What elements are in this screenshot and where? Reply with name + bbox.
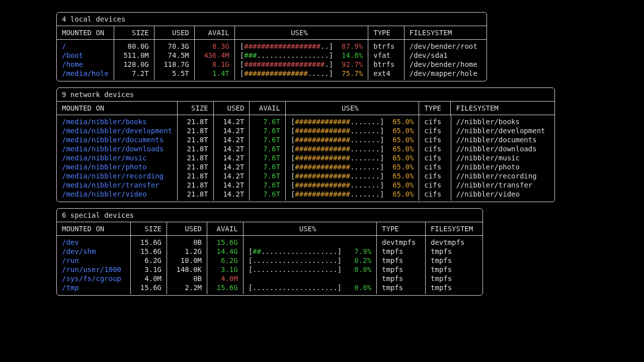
column-header: FILESYSTEM: [426, 222, 482, 235]
usepct-cell: [##################..] 87.9%: [235, 40, 368, 51]
filesystem-cell: tmpfs: [426, 274, 482, 283]
mount-cell: /media/hole: [57, 69, 114, 80]
type-cell: tmpfs: [377, 283, 426, 294]
usage-pct: 87.9%: [338, 42, 363, 50]
table-row: /dev 15.6G 0B 15.6G devtmpfs devtmpfs: [57, 236, 482, 247]
avail-cell: 7.6T: [250, 180, 286, 190]
avail-cell: 3.1G: [207, 265, 244, 274]
used-cell: 1.2G: [167, 247, 207, 256]
size-cell: 21.8T: [178, 126, 214, 135]
table-row: /dev/shm 15.6G 1.2G 14.4G[##............…: [57, 247, 482, 256]
usage-bar: #############: [295, 145, 350, 153]
size-cell: 21.8T: [178, 153, 214, 162]
size-cell: 21.8T: [178, 135, 214, 144]
column-header: TYPE: [377, 222, 426, 235]
avail-cell: 15.6G: [207, 236, 244, 247]
filesystem-cell: tmpfs: [426, 256, 482, 265]
usepct-cell: [....................] 0.2%: [244, 256, 377, 265]
mount-cell: /media/nibbler/documents: [57, 135, 178, 144]
avail-cell: 6.2G: [207, 256, 244, 265]
size-cell: 7.2T: [114, 69, 154, 80]
used-cell: 14.2T: [214, 153, 250, 162]
size-cell: 21.8T: [178, 171, 214, 180]
column-header: SIZE: [131, 222, 167, 235]
size-cell: 15.6G: [131, 247, 167, 256]
column-header: AVAIL: [250, 102, 286, 115]
type-cell: tmpfs: [377, 265, 426, 274]
filesystem-cell: //nibbler/recording: [451, 171, 554, 180]
size-cell: 21.8T: [178, 162, 214, 171]
usage-pct: 0.2%: [346, 256, 371, 264]
table-row: /media/hole 7.2T 5.5T 1.4T[#############…: [57, 69, 487, 80]
usage-bar: #############: [295, 172, 350, 180]
filesystem-cell: //nibbler/downloads: [451, 144, 554, 153]
used-cell: 14.2T: [214, 135, 250, 144]
type-cell: btrfs: [368, 60, 405, 69]
avail-cell: 7.6T: [250, 126, 286, 135]
table-row: /run 6.2G 10.0M 6.2G[...................…: [57, 256, 482, 265]
size-cell: 21.8T: [178, 144, 214, 153]
table-row: /media/nibbler/music 21.8T 14.2T 7.6T[##…: [57, 153, 554, 162]
type-cell: tmpfs: [377, 247, 426, 256]
filesystem-cell: devtmpfs: [426, 236, 482, 247]
size-cell: 21.8T: [178, 190, 214, 201]
column-header: TYPE: [368, 26, 405, 39]
table-row: /home 128.0G 118.7G 8.1G[###############…: [57, 60, 487, 69]
table-body: / 80.0G 70.3G 8.3G[##################..]…: [57, 40, 487, 81]
size-cell: 15.6G: [131, 283, 167, 294]
avail-cell: 7.6T: [250, 190, 286, 201]
mount-cell: /media/nibbler/transfer: [57, 180, 178, 190]
size-cell: 21.8T: [178, 180, 214, 190]
type-cell: tmpfs: [377, 274, 426, 283]
usepct-cell: [244, 236, 377, 247]
column-header: SIZE: [178, 102, 214, 115]
column-header: USED: [154, 26, 195, 39]
mount-cell: /media/nibbler/music: [57, 153, 178, 162]
usage-pct: 65.0%: [388, 181, 414, 189]
table-row: /media/nibbler/books 21.8T 14.2T 7.6T[##…: [57, 115, 554, 126]
usage-bar: ##: [253, 247, 261, 255]
usepct-cell: [#############.......] 65.0%: [286, 153, 419, 162]
column-header: FILESYSTEM: [405, 26, 487, 39]
type-cell: cifs: [419, 153, 451, 162]
usage-pct: 7.9%: [346, 247, 372, 255]
usepct-cell: [....................] 0.0%: [244, 283, 377, 294]
type-cell: btrfs: [368, 40, 405, 51]
mount-cell: /run/user/1000: [57, 265, 131, 274]
type-cell: vfat: [368, 51, 405, 60]
usage-pct: 14.6%: [338, 51, 363, 59]
size-cell: 4.0M: [131, 274, 167, 283]
type-cell: tmpfs: [377, 256, 426, 265]
type-cell: cifs: [419, 171, 451, 180]
usage-bar: #############: [295, 154, 350, 162]
type-cell: cifs: [419, 115, 451, 126]
avail-cell: 7.6T: [250, 153, 286, 162]
mount-cell: /: [57, 40, 114, 51]
used-cell: 0B: [167, 236, 207, 247]
filesystem-cell: //nibbler/video: [451, 190, 554, 201]
used-cell: 5.5T: [154, 69, 195, 80]
usepct-cell: [#############.......] 65.0%: [286, 126, 419, 135]
used-cell: 0B: [167, 274, 207, 283]
table-row: / 80.0G 70.3G 8.3G[##################..]…: [57, 40, 487, 51]
column-header: FILESYSTEM: [451, 102, 554, 115]
usage-pct: 65.0%: [388, 118, 414, 126]
column-header: AVAIL: [195, 26, 235, 39]
avail-cell: 7.6T: [250, 135, 286, 144]
avail-cell: 7.6T: [250, 162, 286, 171]
table-header: MOUNTED ON SIZE USED AVAIL USE% TYPE FIL…: [57, 102, 554, 115]
filesystem-cell: //nibbler/books: [451, 115, 554, 126]
mount-cell: /boot: [57, 51, 114, 60]
used-cell: 14.2T: [214, 180, 250, 190]
usepct-cell: [#############.......] 65.0%: [286, 180, 419, 190]
filesystem-cell: //nibbler/development: [451, 126, 554, 135]
usage-bar: #############: [295, 181, 350, 189]
mount-cell: /media/nibbler/development: [57, 126, 178, 135]
usage-pct: 92.7%: [338, 60, 363, 68]
size-cell: 511.0M: [114, 51, 154, 60]
mount-cell: /media/nibbler/video: [57, 190, 178, 201]
mount-cell: /media/nibbler/recording: [57, 171, 178, 180]
group-title: 4 local devices: [57, 13, 487, 26]
used-cell: 14.2T: [214, 171, 250, 180]
usage-bar: #############: [295, 118, 350, 126]
